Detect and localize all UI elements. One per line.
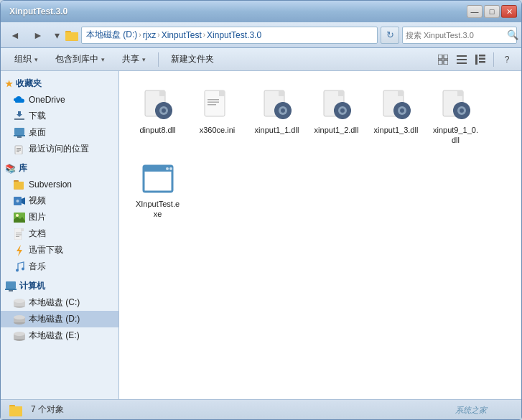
view-separator [493,52,494,67]
include-library-button[interactable]: 包含到库中 ▾ [47,50,113,69]
sidebar-item-desktop[interactable]: 桌面 [1,124,118,141]
statusbar: 7 个对象 系统之家 [1,399,521,419]
list-item[interactable]: x360ce.ini [190,83,244,151]
pictures-label: 图片 [29,211,46,223]
file-area[interactable]: dinput8.dll x360ce.ini [119,71,521,399]
svg-rect-107 [453,110,456,112]
sidebar-item-recent[interactable]: 最近访问的位置 [1,141,118,157]
library-label: 库 [19,162,27,174]
svg-rect-8 [457,59,467,60]
file-label-xinput13: xinput1_3.dll [374,125,419,135]
pictures-icon [14,212,25,223]
favorites-label: 收藏夹 [16,78,42,90]
sidebar-item-thunder[interactable]: 迅雷下载 [1,242,118,258]
toolbar: 组织 ▾ 包含到库中 ▾ 共享 ▾ 新建文件夹 [1,48,521,71]
svg-rect-10 [475,55,477,65]
video-icon [14,195,25,207]
forward-button[interactable]: ► [28,26,48,45]
sidebar-item-disk-e[interactable]: 本地磁盘 (E:) [1,327,118,344]
sidebar-item-subversion[interactable]: Subversion [1,177,118,192]
folder-icon [65,29,78,41]
sidebar-scroll[interactable]: ★ 收藏夹 OneDrive 下载 [1,71,118,399]
path-bar[interactable]: 本地磁盘 (D:) › rjxz › XinputTest › XinputTe… [81,27,378,44]
onedrive-icon [14,94,25,106]
sidebar-section-favorites: ★ 收藏夹 OneDrive 下载 [1,75,118,157]
sidebar-computer-header[interactable]: 计算机 [1,278,118,294]
maximize-button[interactable]: □ [484,5,500,18]
path-segment-rjxz[interactable]: rjxz [143,30,157,40]
svg-rect-21 [17,149,21,150]
sidebar-library-header[interactable]: 📚 库 [1,160,118,177]
sidebar-item-music[interactable]: 音乐 [1,258,118,275]
svg-rect-4 [444,55,448,59]
svg-rect-61 [155,110,158,112]
subversion-icon [14,179,25,190]
path-segment-current[interactable]: XinputTest.3.0 [207,30,261,40]
sidebar-item-disk-d[interactable]: 本地磁盘 (D:) [1,311,118,327]
new-folder-button[interactable]: 新建文件夹 [163,50,222,69]
svg-rect-81 [338,90,344,96]
help-button[interactable]: ? [498,52,516,67]
path-segment-xinputtest[interactable]: XinputTest [162,30,202,40]
statusbar-count: 7 个对象 [31,403,64,416]
sidebar-item-pictures[interactable]: 图片 [1,209,118,225]
sidebar-favorites-header[interactable]: ★ 收藏夹 [1,75,118,92]
music-icon [14,261,25,273]
documents-icon [14,228,25,240]
help-label: ? [505,55,510,65]
computer-label: 计算机 [19,280,45,292]
file-label-x360ce: x360ce.ini [200,125,236,135]
svg-rect-25 [14,182,24,189]
share-button[interactable]: 共享 ▾ [114,50,154,69]
file-label-xinputexe: XInputTest.exe [134,199,181,220]
svg-rect-59 [162,102,164,105]
view-list-button[interactable] [453,52,470,67]
view-grid-button[interactable] [434,52,452,67]
nav-dropdown-button[interactable]: ▾ [51,26,62,45]
sidebar-item-disk-c[interactable]: 本地磁盘 (C:) [1,294,118,311]
search-bar[interactable]: 🔍 [402,27,517,44]
list-item[interactable]: xinput1_2.dll [309,83,363,151]
svg-rect-86 [341,116,343,119]
svg-rect-60 [162,116,164,119]
sidebar-item-video[interactable]: 视频 [1,192,118,209]
folder-status-icon [9,403,22,416]
list-item[interactable]: XInputTest.exe [131,157,185,225]
disk-e-label: 本地磁盘 (E:) [29,330,80,342]
list-item[interactable]: dinput8.dll [131,83,185,151]
download-icon [14,111,25,122]
organize-button[interactable]: 组织 ▾ [6,50,46,69]
organize-label: 组织 [14,53,32,65]
back-button[interactable]: ◄ [5,26,25,45]
list-item[interactable]: xinput1_3.dll [369,83,423,151]
list-item[interactable]: xinput9_1_0.dll [429,83,483,151]
file-icon-x360ce [200,88,235,122]
file-icon-xinput11 [260,88,294,122]
close-button[interactable]: ✕ [501,5,517,18]
thunder-label: 迅雷下载 [29,244,63,256]
search-input[interactable] [406,31,505,39]
svg-rect-91 [398,90,404,96]
refresh-button[interactable]: ↻ [381,27,399,44]
sidebar-item-onedrive[interactable]: OneDrive [1,92,118,108]
svg-rect-66 [208,99,219,101]
path-segment-root[interactable]: 本地磁盘 (D:) [86,29,137,41]
svg-rect-85 [341,102,343,105]
addressbar: ◄ ► ▾ 本地磁盘 (D:) › rjxz › XinputTest › Xi… [1,22,521,48]
sidebar-item-download[interactable]: 下载 [1,108,118,124]
svg-point-94 [400,108,404,113]
svg-rect-9 [457,62,467,64]
minimize-button[interactable]: — [467,5,483,18]
music-label: 音乐 [29,261,46,273]
view-details-button[interactable] [472,52,489,67]
svg-point-39 [16,269,19,271]
svg-rect-6 [444,60,448,65]
svg-rect-67 [208,102,219,103]
svg-rect-41 [6,281,16,289]
sidebar-item-documents[interactable]: 文档 [1,225,118,242]
window-title: XinputTest.3.0 [9,6,67,17]
svg-marker-27 [22,197,25,205]
svg-rect-32 [14,228,22,240]
list-item[interactable]: xinput1_1.dll [250,83,304,151]
svg-point-30 [16,214,19,217]
